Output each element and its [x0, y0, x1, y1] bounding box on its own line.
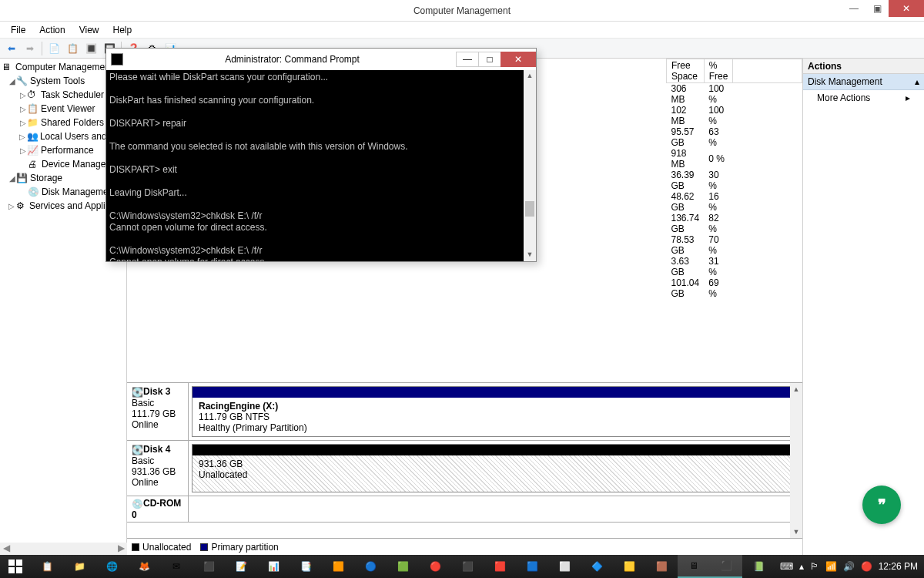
actions-diskmgmt[interactable]: Disk Management▴: [803, 74, 924, 90]
tray-clock[interactable]: 12:26 PM: [879, 561, 918, 572]
taskbar-firefox[interactable]: 🦊: [128, 555, 160, 578]
disk-graphic: 💽Disk 3 Basic 111.79 GB Online RacingEng…: [127, 382, 802, 555]
legend-unalloc: Unallocated: [142, 542, 191, 553]
disk-row[interactable]: 💿CD-ROM 0: [127, 496, 802, 523]
taskbar-item[interactable]: 🟦: [516, 555, 548, 578]
cmd-output[interactable]: Please wait while DiskPart scans your co…: [106, 70, 536, 261]
taskbar-item[interactable]: 🖥: [678, 555, 710, 578]
taskbar-item[interactable]: 🔵: [354, 555, 387, 578]
tree-systools[interactable]: System Tools: [30, 76, 85, 86]
volume-row[interactable]: 306 MB100 %: [667, 83, 802, 106]
menu-action[interactable]: Action: [33, 23, 71, 37]
volume[interactable]: RacingEngine (X:) 111.79 GB NTFS Healthy…: [192, 386, 799, 437]
tree-hscroll[interactable]: ◀▶: [0, 543, 127, 555]
actions-more[interactable]: More Actions▸: [803, 90, 924, 106]
volume-row[interactable]: 3.63 GB31 %: [667, 256, 802, 277]
taskbar-chrome[interactable]: 🌐: [95, 555, 128, 578]
start-button[interactable]: [0, 555, 31, 578]
volume-row[interactable]: 48.62 GB16 %: [667, 191, 802, 213]
taskbar-item[interactable]: 🟨: [613, 555, 645, 578]
volume-row[interactable]: 36.39 GB30 %: [667, 170, 802, 191]
tree-item[interactable]: Shared Folders: [41, 117, 104, 128]
disk-row[interactable]: 💽Disk 4 Basic 931.36 GB Online 931.36 GB…: [127, 441, 802, 496]
cmd-scrollbar[interactable]: ▲▼: [524, 70, 536, 261]
vol-detail: 931.36 GB: [199, 459, 243, 469]
taskbar[interactable]: 📋 📁 🌐 🦊 ✉ ⬛ 📝 📊 📑 🟧 🔵 🟩 🔴 ⬛ 🟥 🟦 ⬜ 🔷 🟨 🟫 …: [0, 555, 924, 578]
menu-view[interactable]: View: [73, 23, 105, 37]
tree-storage[interactable]: Storage: [30, 173, 62, 183]
cmd-title: Administrator: Command Prompt: [128, 54, 457, 65]
menu-file[interactable]: File: [5, 23, 32, 37]
tray-icon[interactable]: 🔴: [861, 561, 872, 572]
volume-row[interactable]: 78.53 GB70 %: [667, 234, 802, 256]
volume-row[interactable]: 136.74 GB82 %: [667, 213, 802, 234]
tree-item[interactable]: Task Scheduler: [41, 89, 104, 100]
taskbar-item[interactable]: ⬜: [548, 555, 581, 578]
tray-icon[interactable]: ⌨: [780, 561, 793, 572]
volume-row[interactable]: 101.04 GB69 %: [667, 277, 802, 299]
refresh-button[interactable]: 🔳: [82, 41, 99, 56]
cmd-titlebar[interactable]: Administrator: Command Prompt — □ ✕: [106, 49, 536, 70]
maximize-button[interactable]: ▣: [865, 0, 889, 17]
cmd-minimize[interactable]: —: [456, 52, 479, 67]
minimize-button[interactable]: —: [842, 0, 865, 17]
taskbar-item[interactable]: 🟩: [387, 555, 419, 578]
taskbar-item[interactable]: ✉: [160, 555, 192, 578]
hangouts-fab[interactable]: ❞: [862, 486, 901, 524]
system-tray[interactable]: ⌨ ▴ 🏳 📶 🔊 🔴 12:26 PM: [780, 561, 924, 572]
vol-name: RacingEngine (X:): [199, 401, 278, 412]
tray-flag-icon[interactable]: 🏳: [810, 561, 819, 572]
vol-detail: 111.79 GB NTFS: [199, 412, 270, 422]
taskbar-item[interactable]: ⬛: [451, 555, 484, 578]
col-pct[interactable]: % Free: [704, 59, 733, 83]
taskbar-item[interactable]: 📋: [31, 555, 63, 578]
actions-header: Actions: [803, 59, 924, 74]
window-title: Computer Management: [413, 5, 511, 16]
svg-rect-1: [16, 560, 22, 566]
svg-rect-0: [8, 560, 15, 566]
cmd-close[interactable]: ✕: [500, 52, 536, 67]
taskbar-item[interactable]: 🟥: [484, 555, 516, 578]
tray-network-icon[interactable]: 📶: [825, 561, 837, 572]
taskbar-item[interactable]: 🔴: [419, 555, 451, 578]
taskbar-item[interactable]: 📑: [290, 555, 322, 578]
taskbar-item[interactable]: 🟫: [645, 555, 678, 578]
legend: Unallocated Primary partition: [127, 538, 802, 555]
tree-item[interactable]: Device Manager: [42, 159, 109, 170]
menu-help[interactable]: Help: [107, 23, 139, 37]
taskbar-item[interactable]: 📁: [63, 555, 95, 578]
taskbar-item[interactable]: ⬛: [192, 555, 225, 578]
cmd-maximize[interactable]: □: [478, 52, 501, 67]
volume-row[interactable]: 95.57 GB63 %: [667, 126, 802, 148]
disk-name: Disk 3: [143, 386, 170, 397]
up-button[interactable]: 📄: [45, 41, 62, 56]
close-button[interactable]: ✕: [889, 0, 924, 17]
taskbar-item[interactable]: 📝: [225, 555, 257, 578]
col-free[interactable]: Free Space: [667, 59, 705, 83]
disk-name: Disk 4: [143, 444, 170, 455]
disk-row[interactable]: 💽Disk 3 Basic 111.79 GB Online RacingEng…: [127, 383, 802, 441]
volume-row[interactable]: 918 MB0 %: [667, 148, 802, 170]
cmd-window[interactable]: Administrator: Command Prompt — □ ✕ Plea…: [105, 48, 537, 262]
tree-item[interactable]: Performance: [41, 145, 94, 156]
taskbar-item[interactable]: 📊: [257, 555, 290, 578]
disk-status: Online: [132, 419, 159, 430]
taskbar-item[interactable]: 📗: [742, 555, 775, 578]
volume-unallocated[interactable]: 931.36 GB Unallocated: [192, 444, 799, 492]
taskbar-item[interactable]: 🟧: [322, 555, 354, 578]
back-button[interactable]: ⬅: [3, 41, 20, 56]
properties-button[interactable]: 📋: [64, 41, 81, 56]
tray-up-icon[interactable]: ▴: [799, 561, 804, 572]
taskbar-cmd[interactable]: ⬛: [710, 555, 742, 578]
vertical-scrollbar[interactable]: ▲▼: [790, 383, 802, 538]
vol-health: Healthy (Primary Partition): [199, 422, 307, 433]
forward-button[interactable]: ➡: [22, 41, 38, 56]
disk-type: Basic: [132, 455, 154, 466]
taskbar-item[interactable]: 🔷: [581, 555, 613, 578]
disk-status: Online: [132, 477, 159, 488]
tray-volume-icon[interactable]: 🔊: [843, 561, 855, 572]
volumes-table[interactable]: Free Space% Free 306 MB100 %102 MB100 %9…: [666, 59, 802, 299]
chevron-right-icon: ▸: [906, 92, 910, 103]
volume-row[interactable]: 102 MB100 %: [667, 105, 802, 126]
tree-item[interactable]: Event Viewer: [41, 103, 95, 114]
